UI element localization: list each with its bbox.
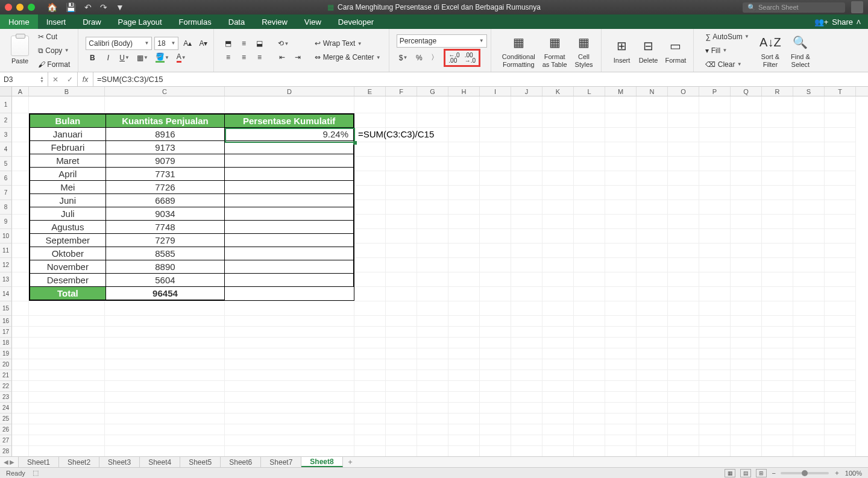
- cancel-formula-icon[interactable]: ✕: [48, 75, 63, 84]
- font-name-select[interactable]: Calibri (Body)▼: [86, 37, 152, 50]
- col-header[interactable]: A: [12, 87, 29, 96]
- row-header[interactable]: 7: [0, 186, 12, 200]
- cell-qty[interactable]: 8916: [105, 128, 225, 141]
- col-header[interactable]: J: [511, 87, 542, 96]
- cell-qty[interactable]: 5604: [105, 274, 225, 287]
- tab-home[interactable]: Home: [0, 14, 38, 29]
- row-header[interactable]: 24: [0, 403, 12, 414]
- format-cells-button[interactable]: ▭Format: [662, 35, 690, 65]
- increase-decimal-button[interactable]: ←.0.00: [446, 51, 462, 64]
- share-button[interactable]: 👥+ Share ᐱ: [807, 14, 868, 29]
- cell-qty[interactable]: 8890: [105, 260, 225, 274]
- row-header[interactable]: 8: [0, 200, 12, 215]
- cell-bulan[interactable]: November: [30, 260, 106, 274]
- row-header[interactable]: 23: [0, 392, 12, 403]
- row-header[interactable]: 9: [0, 215, 12, 229]
- col-header[interactable]: I: [480, 87, 511, 96]
- copy-button[interactable]: ⧉ Copy ▼: [34, 44, 74, 57]
- currency-button[interactable]: $▼: [397, 51, 410, 64]
- row-header[interactable]: 22: [0, 381, 12, 392]
- row-header[interactable]: 18: [0, 338, 12, 348]
- row-header[interactable]: 14: [0, 287, 12, 301]
- select-all-corner[interactable]: [0, 87, 12, 96]
- macro-record-icon[interactable]: ⬚: [33, 469, 39, 477]
- col-header[interactable]: N: [637, 87, 668, 96]
- row-header[interactable]: 16: [0, 316, 12, 327]
- row-header[interactable]: 28: [0, 446, 12, 456]
- tab-developer[interactable]: Developer: [330, 14, 382, 29]
- col-header[interactable]: B: [29, 87, 105, 96]
- row-header[interactable]: 10: [0, 229, 12, 244]
- col-header[interactable]: M: [605, 87, 637, 96]
- tab-view[interactable]: View: [296, 14, 330, 29]
- sheet-tab[interactable]: Sheet6: [221, 457, 261, 467]
- sheet-tab[interactable]: Sheet5: [180, 457, 221, 467]
- row-header[interactable]: 25: [0, 414, 12, 424]
- col-header[interactable]: K: [542, 87, 574, 96]
- col-header[interactable]: E: [354, 87, 386, 96]
- cell-bulan[interactable]: Juli: [30, 207, 106, 221]
- cell-qty[interactable]: 7748: [105, 221, 225, 234]
- sheet-tab[interactable]: Sheet3: [99, 457, 140, 467]
- decrease-indent-button[interactable]: ⇤: [275, 51, 289, 64]
- save-icon[interactable]: 💾: [66, 2, 76, 12]
- row-header[interactable]: 26: [0, 424, 12, 435]
- spreadsheet-grid[interactable]: A B C D E F G H I J K L M N O P Q R S T …: [0, 87, 868, 456]
- align-right-button[interactable]: ≡: [253, 51, 266, 64]
- row-header[interactable]: 15: [0, 301, 12, 316]
- cell-bulan[interactable]: Juni: [30, 194, 106, 207]
- normal-view-icon[interactable]: ▦: [725, 469, 735, 477]
- add-sheet-button[interactable]: ＋: [343, 457, 357, 467]
- format-as-table-button[interactable]: ▦Format as Table: [539, 31, 571, 69]
- merge-center-button[interactable]: ⇔ Merge & Center ▼: [310, 51, 385, 64]
- cell-pct[interactable]: [225, 221, 354, 234]
- row-header[interactable]: 1: [0, 96, 12, 113]
- cell-qty[interactable]: 6689: [105, 194, 225, 207]
- italic-button[interactable]: I: [101, 51, 115, 64]
- align-center-button[interactable]: ≡: [237, 51, 250, 64]
- underline-button[interactable]: U▼: [117, 51, 132, 64]
- sort-filter-button[interactable]: A↓ZSort & Filter: [757, 31, 784, 69]
- cell-pct[interactable]: [225, 274, 354, 287]
- collapse-ribbon-icon[interactable]: ᐱ: [857, 19, 861, 25]
- zoom-slider[interactable]: [781, 472, 829, 474]
- insert-cells-button[interactable]: ⊞Insert: [609, 35, 635, 65]
- home-icon[interactable]: 🏠: [47, 2, 57, 12]
- align-left-button[interactable]: ≡: [221, 51, 234, 64]
- cell-bulan[interactable]: Desember: [30, 274, 106, 287]
- col-header[interactable]: C: [105, 87, 225, 96]
- cut-button[interactable]: ✂ Cut: [34, 30, 61, 43]
- qat-dropdown-icon[interactable]: ▼: [116, 2, 124, 12]
- sheet-nav-prev-icon[interactable]: ◀: [4, 459, 8, 465]
- bold-button[interactable]: B: [86, 51, 99, 64]
- col-header[interactable]: O: [668, 87, 699, 96]
- font-color-button[interactable]: A▼: [174, 51, 189, 64]
- row-header[interactable]: 4: [0, 142, 12, 157]
- col-header[interactable]: P: [699, 87, 731, 96]
- formula-input[interactable]: =SUM(C3:C3)/C15: [93, 72, 868, 86]
- row-header[interactable]: 27: [0, 435, 12, 446]
- delete-cells-button[interactable]: ⊟Delete: [635, 35, 662, 65]
- tab-page-layout[interactable]: Page Layout: [110, 14, 171, 29]
- cell-bulan[interactable]: Mei: [30, 181, 106, 194]
- orientation-button[interactable]: ⟲▼: [275, 37, 291, 50]
- redo-icon[interactable]: ↷: [100, 2, 107, 12]
- row-header[interactable]: 13: [0, 272, 12, 287]
- search-sheet-input[interactable]: 🔍 Search Sheet: [743, 2, 845, 13]
- conditional-formatting-button[interactable]: ▦Conditional Formatting: [498, 31, 539, 69]
- fx-label[interactable]: fx: [78, 72, 93, 86]
- namebox-spinner-icon[interactable]: ▲▼: [40, 76, 44, 83]
- decrease-font-button[interactable]: A▾: [197, 37, 210, 50]
- row-header[interactable]: 12: [0, 258, 12, 272]
- sheet-tab[interactable]: Sheet8: [301, 457, 342, 467]
- col-header[interactable]: D: [225, 87, 354, 96]
- col-header[interactable]: F: [386, 87, 417, 96]
- fill-handle[interactable]: [353, 141, 357, 145]
- align-top-button[interactable]: ⬒: [221, 37, 234, 50]
- cell-bulan[interactable]: April: [30, 168, 106, 181]
- undo-icon[interactable]: ↶: [84, 2, 92, 12]
- page-break-view-icon[interactable]: ⊞: [756, 469, 767, 477]
- align-middle-button[interactable]: ≡: [237, 37, 250, 50]
- tab-draw[interactable]: Draw: [74, 14, 109, 29]
- cell-qty[interactable]: 8585: [105, 247, 225, 260]
